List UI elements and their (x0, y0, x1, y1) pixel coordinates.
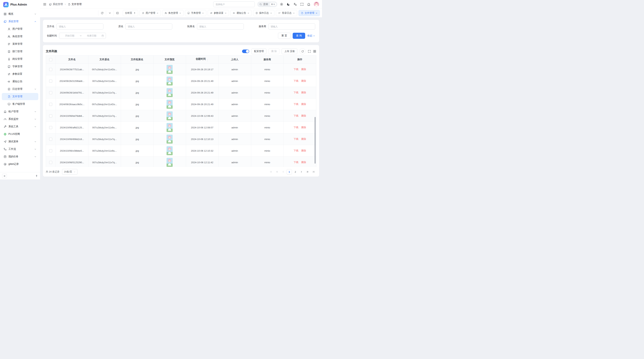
reset-button[interactable]: 重 置 (278, 33, 290, 39)
user-avatar[interactable] (314, 1, 319, 7)
table-scrollbar-thumb[interactable] (314, 117, 316, 164)
sidebar-item[interactable]: 系统监控 (2, 115, 38, 123)
sidebar-item[interactable]: 岗位管理 (2, 55, 38, 62)
prev-5-pages-button[interactable] (274, 169, 280, 174)
download-link[interactable]: 下载 (294, 79, 298, 82)
sidebar-item[interactable]: 系统管理 (2, 18, 38, 25)
tab-close-icon[interactable] (316, 12, 318, 14)
file-preview-image[interactable] (166, 135, 173, 144)
config-manage-button[interactable]: 配置管理 (251, 48, 266, 54)
sidebar-item[interactable]: 租户管理 (2, 108, 38, 115)
upload-button[interactable]: 上传 没做 (282, 48, 297, 54)
delete-link[interactable]: 删除 (301, 91, 306, 94)
download-link[interactable]: 下载 (294, 91, 298, 94)
filter-input[interactable] (56, 23, 104, 29)
sidebar-item[interactable]: 参数设置 (2, 70, 38, 78)
tab[interactable]: 登录日志 (276, 10, 297, 16)
table-fullscreen-icon[interactable] (308, 50, 311, 53)
sidebar-item[interactable]: 字典管理 (2, 63, 38, 70)
file-preview-image[interactable] (166, 100, 173, 109)
row-checkbox[interactable] (49, 103, 52, 106)
search-button[interactable]: 查 询 (293, 33, 305, 39)
row-checkbox[interactable] (49, 161, 52, 164)
sidebar-item[interactable]: 文件管理 (2, 93, 38, 100)
prev-page-button[interactable] (280, 169, 286, 174)
tab[interactable]: 文件管理 (298, 10, 320, 16)
settings-gear-icon[interactable] (280, 2, 283, 6)
delete-link[interactable]: 删除 (301, 138, 306, 140)
delete-link[interactable]: 删除 (301, 126, 306, 129)
sidebar-item[interactable]: 系统工具 (2, 123, 38, 130)
download-link[interactable]: 下载 (294, 149, 298, 152)
sidebar-item[interactable]: 工作流 (2, 146, 38, 153)
file-preview-image[interactable] (166, 158, 173, 167)
breadcrumb-item[interactable]: 系统管理 (49, 3, 63, 6)
row-checkbox[interactable] (49, 149, 52, 152)
tab-close-icon[interactable] (293, 12, 295, 14)
download-link[interactable]: 下载 (294, 103, 298, 105)
collapse-sidebar-button[interactable] (2, 174, 7, 178)
page-number-button[interactable]: 2 (293, 169, 298, 174)
sidebar-item[interactable]: 日志管理 (2, 85, 38, 93)
download-link[interactable]: 下载 (294, 126, 298, 129)
col-create-time[interactable]: 创建时间 (186, 56, 218, 64)
download-link[interactable]: 下载 (294, 161, 298, 164)
tab[interactable]: 分析页 (123, 10, 138, 16)
notification-bell-icon[interactable] (307, 2, 310, 6)
tab-close-icon[interactable] (248, 12, 249, 14)
delete-button[interactable]: 删 除 (268, 48, 280, 54)
tab[interactable]: 角色管理 (162, 10, 184, 16)
tab-close-icon[interactable] (270, 12, 272, 14)
tabs-menu-button[interactable] (106, 10, 114, 16)
sidebar-item[interactable]: 测试菜单 (2, 138, 38, 145)
dark-mode-moon-icon[interactable] (286, 2, 290, 6)
tab-pin-icon[interactable] (134, 12, 136, 14)
table-toggle-switch[interactable] (242, 49, 249, 53)
translate-icon[interactable] (294, 2, 297, 6)
download-link[interactable]: 下载 (294, 68, 298, 71)
row-checkbox[interactable] (49, 79, 52, 83)
fullscreen-icon[interactable] (300, 2, 304, 6)
tab[interactable]: 用户管理 (140, 10, 161, 16)
sidebar-item[interactable]: 客户端管理 (2, 100, 38, 108)
page-number-button[interactable]: 1 (286, 169, 292, 174)
tab-close-icon[interactable] (156, 12, 158, 14)
filter-input[interactable] (126, 23, 172, 29)
tabs-layout-button[interactable] (114, 10, 121, 16)
tab-close-icon[interactable] (225, 12, 227, 14)
row-checkbox[interactable] (49, 68, 52, 71)
sidebar-item[interactable]: 概览 (2, 10, 38, 17)
filter-input[interactable] (197, 23, 244, 29)
global-search-button[interactable]: 搜索 ⌘ K (257, 1, 277, 7)
next-5-pages-button[interactable] (305, 169, 310, 174)
row-checkbox[interactable] (49, 91, 52, 94)
delete-link[interactable]: 删除 (301, 79, 306, 82)
delete-link[interactable]: 删除 (301, 149, 306, 152)
breadcrumb-item-current[interactable]: 文件管理 (68, 3, 82, 6)
column-settings-icon[interactable] (313, 50, 316, 53)
select-all-checkbox[interactable] (49, 58, 52, 61)
file-preview-image[interactable] (166, 146, 173, 155)
tabs-refresh-button[interactable] (98, 10, 106, 16)
tab[interactable]: 字典管理 (185, 10, 206, 16)
delete-link[interactable]: 删除 (301, 68, 306, 71)
app-logo[interactable]: Plus Admin (0, 0, 40, 9)
file-preview-image[interactable] (166, 65, 173, 74)
row-checkbox[interactable] (49, 114, 52, 117)
delete-link[interactable]: 删除 (301, 114, 306, 117)
delete-link[interactable]: 删除 (301, 103, 306, 105)
sidebar-item[interactable]: gitee记录 (2, 161, 38, 168)
sidebar-item[interactable]: 部门管理 (2, 48, 38, 55)
tab-close-icon[interactable] (202, 12, 204, 14)
file-preview-image[interactable] (166, 88, 173, 97)
sidebar-item[interactable]: 菜单管理 (2, 40, 38, 47)
download-link[interactable]: 下载 (294, 114, 298, 117)
row-checkbox[interactable] (49, 126, 52, 129)
tab[interactable]: 通知公告 (230, 10, 252, 16)
page-size-select[interactable]: 20条/页 (62, 169, 78, 175)
pin-sidebar-icon[interactable] (35, 175, 38, 177)
hamburger-menu-icon[interactable] (43, 2, 46, 6)
tab[interactable]: 参数设置 (208, 10, 229, 16)
download-link[interactable]: 下载 (294, 138, 298, 140)
last-page-button[interactable] (311, 169, 316, 174)
